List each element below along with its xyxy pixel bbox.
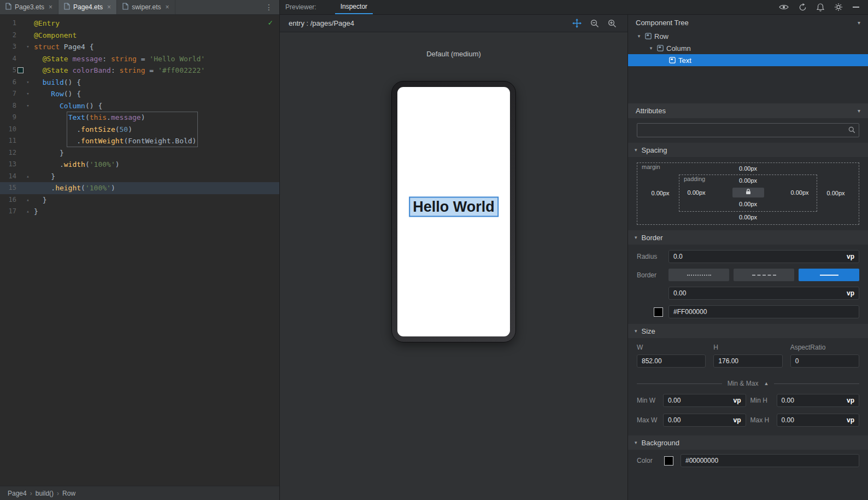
component-icon xyxy=(657,45,664,51)
max-width-input[interactable]: 0.00 vp xyxy=(663,414,746,427)
pan-move-icon[interactable] xyxy=(572,19,582,28)
code-line[interactable]: 14▴ } xyxy=(0,171,279,183)
margin-top-value[interactable]: 0.00px xyxy=(642,163,854,175)
bell-icon[interactable] xyxy=(817,3,824,11)
fold-icon[interactable]: ▾ xyxy=(24,41,32,53)
min-width-input[interactable]: 0.00 vp xyxy=(663,394,746,407)
breadcrumb-item[interactable]: Row xyxy=(62,490,75,497)
attributes-header[interactable]: Attributes ▾ xyxy=(628,103,868,118)
border-style-dashed-button[interactable] xyxy=(734,269,794,281)
expander-icon[interactable]: ▾ xyxy=(648,45,654,51)
tab-inspector[interactable]: Inspector xyxy=(335,0,373,14)
fold-icon xyxy=(24,135,32,147)
gutter-spacer xyxy=(16,18,24,30)
code-line[interactable]: 10 .fontSize(50) xyxy=(0,124,279,136)
minmax-divider[interactable]: Min & Max ▲ xyxy=(637,380,859,387)
breadcrumb-item[interactable]: build() xyxy=(36,490,54,497)
background-color-swatch[interactable] xyxy=(664,456,673,466)
code-text: .fontWeight(FontWeight.Bold) xyxy=(32,135,196,147)
tree-node-row[interactable]: ▾Row xyxy=(628,30,868,42)
margin-left-value[interactable]: 0.00px xyxy=(642,190,679,196)
editor-tab[interactable]: swiper.ets× xyxy=(117,0,175,14)
aspect-ratio-input[interactable]: 0 xyxy=(790,354,859,368)
editor-tab[interactable]: Page3.ets× xyxy=(0,0,58,14)
padding-bottom-value[interactable]: 0.00px xyxy=(682,199,814,210)
minimize-icon[interactable] xyxy=(853,7,859,8)
expander-icon[interactable]: ▾ xyxy=(636,33,642,39)
collapse-up-icon[interactable]: ▲ xyxy=(764,381,769,386)
fold-icon[interactable]: ▴ xyxy=(24,194,32,206)
code-line[interactable]: 9 Text(this.message) xyxy=(0,112,279,124)
code-editor[interactable]: 1@Entry2@Component3▾struct Page4 {4 @Sta… xyxy=(0,15,279,486)
gutter-color-swatch[interactable] xyxy=(16,65,24,77)
max-height-input[interactable]: 0.00 vp xyxy=(777,414,860,427)
code-line[interactable]: 1@Entry xyxy=(0,18,279,30)
phone-screen[interactable]: Hello World xyxy=(397,87,510,336)
tree-node-label: Row xyxy=(654,32,668,40)
code-line[interactable]: 7▾ Row() { xyxy=(0,88,279,100)
code-line[interactable]: 5 @State colorBand: string = '#ff002222' xyxy=(0,65,279,77)
fold-icon[interactable]: ▾ xyxy=(24,100,32,112)
gear-icon[interactable] xyxy=(834,3,843,11)
code-line[interactable]: 13 .width('100%') xyxy=(0,159,279,171)
code-lines[interactable]: 1@Entry2@Component3▾struct Page4 {4 @Sta… xyxy=(0,15,279,218)
code-line[interactable]: 8▾ Column() { xyxy=(0,100,279,112)
line-number: 12 xyxy=(0,147,16,159)
code-line[interactable]: 2@Component xyxy=(0,30,279,42)
spacing-title: Spacing xyxy=(642,146,667,154)
zoom-out-icon[interactable] xyxy=(590,19,599,28)
border-color-swatch[interactable] xyxy=(654,307,663,317)
preview-canvas[interactable]: Default (medium) Hello World xyxy=(280,32,627,500)
fold-icon[interactable]: ▴ xyxy=(24,171,32,183)
gutter-spacer xyxy=(16,41,24,53)
fold-icon[interactable]: ▴ xyxy=(24,206,32,218)
border-width-input[interactable]: 0.00 vp xyxy=(668,287,859,300)
fold-icon[interactable]: ▾ xyxy=(24,88,32,100)
close-icon[interactable]: × xyxy=(107,3,111,11)
min-height-input[interactable]: 0.00 vp xyxy=(777,394,860,407)
size-title: Size xyxy=(642,327,655,335)
border-style-solid-button[interactable] xyxy=(799,269,859,281)
section-background-header[interactable]: ▾ Background xyxy=(628,435,868,450)
lock-aspect-button[interactable] xyxy=(732,188,764,197)
background-color-input[interactable]: #00000000 xyxy=(681,454,859,467)
code-line[interactable]: 4 @State message: string = 'Hello World' xyxy=(0,53,279,65)
border-style-dotted-button[interactable] xyxy=(668,269,729,281)
attributes-search-input[interactable] xyxy=(637,123,859,137)
component-tree-header[interactable]: Component Tree ▾ xyxy=(628,15,868,30)
previewer-toolbar: entry : /pages/Page4 xyxy=(280,15,627,32)
code-line[interactable]: 11 .fontWeight(FontWeight.Bold) xyxy=(0,135,279,147)
refresh-icon[interactable] xyxy=(799,3,807,11)
height-input[interactable]: 176.00 xyxy=(713,354,782,368)
border-color-input[interactable]: #FF000000 xyxy=(668,305,859,318)
more-options-icon[interactable]: ⋮ xyxy=(259,0,279,14)
tree-node-text[interactable]: Text xyxy=(628,54,868,66)
section-border-header[interactable]: ▾ Border xyxy=(628,230,868,245)
width-input[interactable]: 852.00 xyxy=(637,354,706,368)
radius-input[interactable]: 0.0 vp xyxy=(668,250,859,263)
breadcrumb-separator: › xyxy=(30,490,32,497)
code-line[interactable]: 12 } xyxy=(0,147,279,159)
breadcrumb-item[interactable]: Page4 xyxy=(8,490,27,497)
border-style-label: Border xyxy=(637,271,663,279)
fold-icon[interactable]: ▾ xyxy=(24,77,32,89)
preview-text-selected[interactable]: Hello World xyxy=(409,196,498,217)
close-icon[interactable]: × xyxy=(49,3,52,11)
tree-node-column[interactable]: ▾Column xyxy=(628,42,868,54)
code-line[interactable]: 3▾struct Page4 { xyxy=(0,41,279,53)
margin-right-value[interactable]: 0.00px xyxy=(817,190,854,196)
padding-left-value[interactable]: 0.00px xyxy=(682,189,711,196)
editor-tab[interactable]: Page4.ets× xyxy=(58,0,117,14)
margin-bottom-value[interactable]: 0.00px xyxy=(642,212,854,223)
code-line[interactable]: 17▴} xyxy=(0,206,279,218)
code-line[interactable]: 6▾ build() { xyxy=(0,77,279,89)
code-line[interactable]: 15 .height('100%') xyxy=(0,182,279,194)
close-icon[interactable]: × xyxy=(165,3,169,11)
padding-right-value[interactable]: 0.00px xyxy=(785,189,814,196)
code-line[interactable]: 16▴ } xyxy=(0,194,279,206)
eye-icon[interactable] xyxy=(779,3,789,11)
analysis-ok-icon[interactable]: ✓ xyxy=(268,18,273,27)
section-spacing-header[interactable]: ▾ Spacing xyxy=(628,143,868,157)
zoom-in-icon[interactable] xyxy=(608,19,617,28)
section-size-header[interactable]: ▾ Size xyxy=(628,324,868,338)
